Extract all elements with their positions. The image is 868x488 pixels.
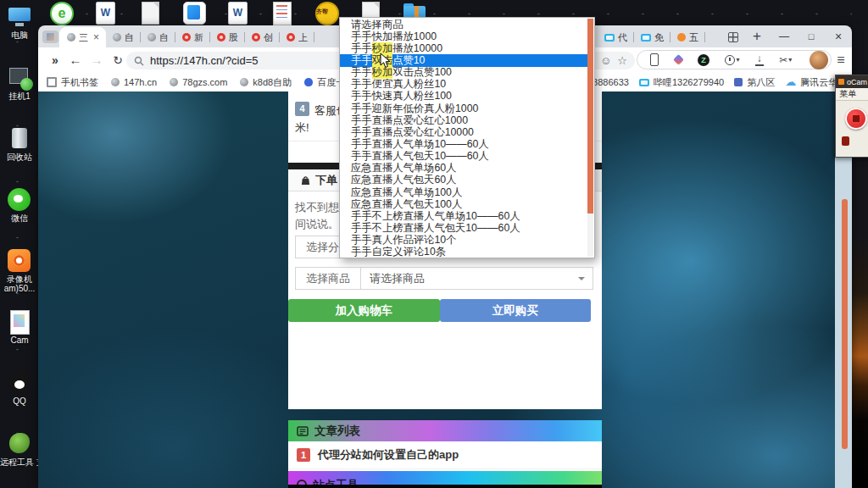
- dropdown-option[interactable]: 应急直播人气单场60人: [340, 163, 588, 175]
- add-to-cart-button[interactable]: 加入购物车: [288, 299, 440, 322]
- dropdown-option[interactable]: 手手直播点爱心红心10000: [340, 126, 588, 138]
- tab-label: 三: [79, 31, 88, 44]
- profile-avatar[interactable]: [810, 51, 828, 69]
- qibang-icon: 齐帮: [313, 1, 338, 25]
- tab-left-6[interactable]: 上: [280, 27, 314, 47]
- bookmark-item[interactable]: k8d8自助: [240, 76, 292, 89]
- tab-left-3[interactable]: 新: [175, 27, 210, 47]
- desktop-icon-recycle-bin[interactable]: 回收站: [0, 125, 39, 180]
- desktop-icon-label: 电脑: [11, 30, 28, 40]
- tab-label: 创: [264, 31, 273, 44]
- ocam-file-icon: [5, 308, 34, 336]
- browser-menu-icon[interactable]: ≡: [832, 47, 850, 73]
- globe-icon: [111, 78, 120, 86]
- notice-number-badge: 4: [295, 102, 309, 116]
- dropdown-option[interactable]: 手手自定义评论10条: [340, 247, 588, 258]
- option-text: 双击点赞100: [392, 67, 452, 79]
- dropdown-option[interactable]: 手手快速真人粉丝100: [340, 91, 588, 103]
- desktop-icon-qq[interactable]: QQ: [0, 369, 39, 424]
- tab-left-5[interactable]: 创: [245, 27, 280, 47]
- back-button[interactable]: ←: [65, 47, 86, 73]
- dropdown-option[interactable]: 手手直播点爱心红心1000: [340, 114, 588, 126]
- tencent-docs-icon: [181, 1, 206, 25]
- tab-close-icon[interactable]: ×: [93, 31, 99, 43]
- desktop-icon-this-pc[interactable]: 电脑: [0, 3, 39, 58]
- option-text: 手手直播点爱心红心10000: [351, 126, 474, 138]
- smiley-extension-icon[interactable]: ☺: [600, 53, 611, 69]
- stop-button[interactable]: [842, 136, 849, 146]
- tab-groups-icon[interactable]: [728, 32, 738, 42]
- search-icon: [134, 56, 144, 66]
- red-favicon-icon: [217, 33, 225, 42]
- tab-left-0[interactable]: 三×: [59, 27, 106, 47]
- desktop-icon-guaji[interactable]: 挂机1: [0, 64, 39, 119]
- desktop-icon-text-doc[interactable]: [260, 1, 304, 25]
- dropdown-option[interactable]: 请选择商品: [340, 19, 588, 30]
- dropdown-option[interactable]: 手手快加播放1000: [340, 30, 588, 42]
- bookmark-item[interactable]: 147h.cn: [111, 77, 157, 87]
- forward-button[interactable]: →: [86, 47, 107, 73]
- product-select[interactable]: 请选择商品: [360, 267, 593, 290]
- orange-favicon-icon: [677, 33, 686, 42]
- pinned-tab[interactable]: [42, 30, 58, 43]
- reload-button[interactable]: ↻: [108, 47, 128, 73]
- record-button[interactable]: [845, 108, 867, 130]
- bookmark-item[interactable]: 第八区: [734, 76, 775, 89]
- option-text: 手手: [351, 54, 372, 66]
- history-icon[interactable]: ▾: [725, 55, 739, 65]
- dropdown-option[interactable]: 手手直播人气包天10——60人: [340, 151, 588, 163]
- z-extension-icon[interactable]: Z: [698, 54, 709, 66]
- desktop-icon-word-doc[interactable]: [84, 1, 128, 25]
- dropdown-scrollbar[interactable]: [587, 19, 593, 257]
- gemini-extension-icon[interactable]: [673, 54, 684, 65]
- desktop-icon-tencent-docs[interactable]: [172, 1, 216, 25]
- page-scrollbar-thumb[interactable]: [842, 199, 848, 449]
- desktop-icon-doc[interactable]: [128, 1, 172, 25]
- dropdown-option[interactable]: 手手秒加双击点赞100: [340, 67, 588, 79]
- ocam-menu[interactable]: 菜单: [836, 88, 868, 101]
- dropdown-option[interactable]: 手手直播人气单场10——60人: [340, 138, 588, 150]
- desktop-icon-remote-tool[interactable]: 远程工具 支: [0, 430, 39, 485]
- download-icon[interactable]: ↓: [755, 53, 764, 66]
- bookmark-item[interactable]: 哔哩1326279940: [639, 76, 724, 89]
- tab-left-1[interactable]: 自: [106, 27, 141, 47]
- wechat-icon: [5, 186, 34, 214]
- bookmarks-overflow-icon[interactable]: »: [802, 73, 808, 92]
- new-tab-button[interactable]: +: [747, 25, 767, 47]
- dropdown-option[interactable]: 手手迎新年低价真人粉1000: [340, 103, 588, 114]
- overflow-chevron[interactable]: »: [45, 47, 65, 73]
- desktop-icon-ocam-file[interactable]: Cam: [0, 308, 39, 363]
- desktop-icon-ocam-recorder[interactable]: 录像机am)50...: [0, 247, 39, 302]
- desktop-icon-wechat[interactable]: 微信: [0, 186, 39, 241]
- bookmark-star-icon[interactable]: ☆: [617, 53, 627, 69]
- dropdown-option[interactable]: 应急直播人气包天60人: [340, 175, 588, 186]
- phone-extension-icon[interactable]: [650, 53, 659, 66]
- ocam-titlebar[interactable]: oCam: [836, 75, 868, 88]
- bookmark-item[interactable]: 78gzs.com: [170, 77, 227, 87]
- dropdown-option[interactable]: 手手真人作品评论10个: [340, 235, 588, 247]
- dropdown-scrollbar-thumb[interactable]: [587, 19, 593, 214]
- scissors-icon[interactable]: ✂▾: [779, 55, 792, 65]
- desktop-icon-browser-e[interactable]: [40, 1, 84, 25]
- tab-right-1[interactable]: 免: [634, 27, 670, 47]
- dropdown-option[interactable]: 手手秒加播放10000: [340, 42, 588, 54]
- globe-favicon-icon: [67, 33, 75, 42]
- dropdown-option[interactable]: 应急直播人气单场100人: [340, 186, 588, 198]
- article-row[interactable]: 1代理分站如何设置自己的app: [288, 441, 602, 469]
- buy-now-button[interactable]: 立即购买: [440, 299, 592, 322]
- tab-left-4[interactable]: 股: [210, 27, 245, 47]
- desktop-icon-word-doc-2[interactable]: [216, 1, 260, 25]
- tab-right-2[interactable]: 五: [670, 27, 705, 47]
- tab-left-2[interactable]: 自: [141, 27, 175, 47]
- dropdown-option[interactable]: 应急直播人气包天100人: [340, 198, 588, 210]
- close-button[interactable]: ×: [826, 25, 850, 47]
- tab-right-0[interactable]: 代: [598, 27, 634, 47]
- dropdown-option[interactable]: 手手不上榜直播人气包天10——60人: [340, 222, 588, 234]
- maximize-button[interactable]: □: [799, 25, 823, 47]
- dropdown-option[interactable]: 手手便宜真人粉丝10: [340, 79, 588, 91]
- option-text: 手手迎新年低价真人粉1000: [351, 103, 478, 114]
- dropdown-option[interactable]: 手手不上榜直播人气单场10——60人: [340, 210, 588, 222]
- minimize-button[interactable]: —: [772, 25, 796, 47]
- bookmark-item[interactable]: 手机书签: [47, 76, 98, 89]
- dropdown-option[interactable]: 手手双击点赞10: [340, 54, 588, 66]
